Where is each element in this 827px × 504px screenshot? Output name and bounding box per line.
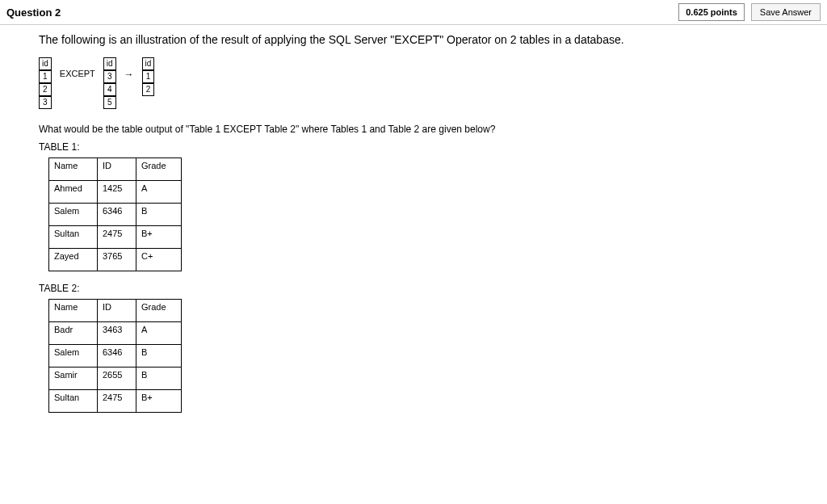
table-row: Zayed 3765 C+ [49,249,182,271]
col-header-name: Name [49,300,98,322]
table-row: Badr 3463 A [49,322,182,345]
table-row: Sultan 2475 B+ [49,226,182,249]
cell-grade: A [136,181,182,204]
cell-id: 2475 [98,390,136,413]
prompt-text: What would be the table output of "Table… [39,124,788,135]
cell-id: 2655 [98,368,136,390]
cell-id: 2475 [98,226,136,249]
mini-cell: 3 [103,70,116,83]
cell-id: 6346 [98,204,136,226]
cell-grade: B [136,345,182,368]
cell-grade: B [136,204,182,226]
mini-header: id [142,57,155,70]
table2: Name ID Grade Badr 3463 A Salem 6346 B S… [48,299,182,413]
table-row: Sultan 2475 B+ [49,390,182,413]
save-answer-button[interactable]: Save Answer [751,3,821,21]
table-row: Salem 6346 B [49,204,182,226]
cell-grade: C+ [136,249,182,271]
cell-id: 6346 [98,345,136,368]
table-row: Salem 6346 B [49,345,182,368]
table-row: Ahmed 1425 A [49,181,182,204]
col-header-id: ID [98,158,136,181]
cell-name: Zayed [49,249,98,271]
cell-id: 3765 [98,249,136,271]
mini-cell: 2 [39,83,52,96]
illustration-table-result: id 1 2 [142,57,155,96]
table1-label: TABLE 1: [39,141,788,153]
cell-name: Salem [49,204,98,226]
header-right: 0.625 points Save Answer [678,3,821,21]
mini-cell: 4 [103,83,116,96]
except-operator: EXCEPT [57,67,99,80]
cell-name: Ahmed [49,181,98,204]
cell-grade: A [136,322,182,345]
cell-name: Badr [49,322,98,345]
mini-cell: 1 [142,70,155,83]
cell-name: Sultan [49,226,98,249]
except-illustration: id 1 2 3 EXCEPT id 3 4 5 → id 1 2 [39,57,788,109]
col-header-name: Name [49,158,98,181]
col-header-grade: Grade [136,300,182,322]
col-header-id: ID [98,300,136,322]
mini-header: id [39,57,52,70]
cell-grade: B+ [136,390,182,413]
question-content: The following is an illustration of the … [0,33,827,413]
mini-header: id [103,57,116,70]
cell-grade: B+ [136,226,182,249]
mini-cell: 3 [39,96,52,109]
intro-text: The following is an illustration of the … [39,33,788,46]
cell-name: Salem [49,345,98,368]
cell-id: 1425 [98,181,136,204]
col-header-grade: Grade [136,158,182,181]
table-row: Samir 2655 B [49,368,182,390]
points-box: 0.625 points [678,3,745,21]
illustration-table-a: id 1 2 3 [39,57,52,109]
table2-label: TABLE 2: [39,283,788,294]
arrow-icon: → [121,67,137,82]
mini-cell: 1 [39,70,52,83]
cell-id: 3463 [98,322,136,345]
mini-cell: 2 [142,83,155,96]
question-title: Question 2 [6,6,61,19]
mini-cell: 5 [103,96,116,109]
cell-grade: B [136,368,182,390]
table1: Name ID Grade Ahmed 1425 A Salem 6346 B … [48,158,182,271]
table-header-row: Name ID Grade [49,158,182,181]
illustration-table-b: id 3 4 5 [103,57,116,109]
question-header: Question 2 0.625 points Save Answer [0,0,827,25]
table-header-row: Name ID Grade [49,300,182,322]
cell-name: Sultan [49,390,98,413]
cell-name: Samir [49,368,98,390]
